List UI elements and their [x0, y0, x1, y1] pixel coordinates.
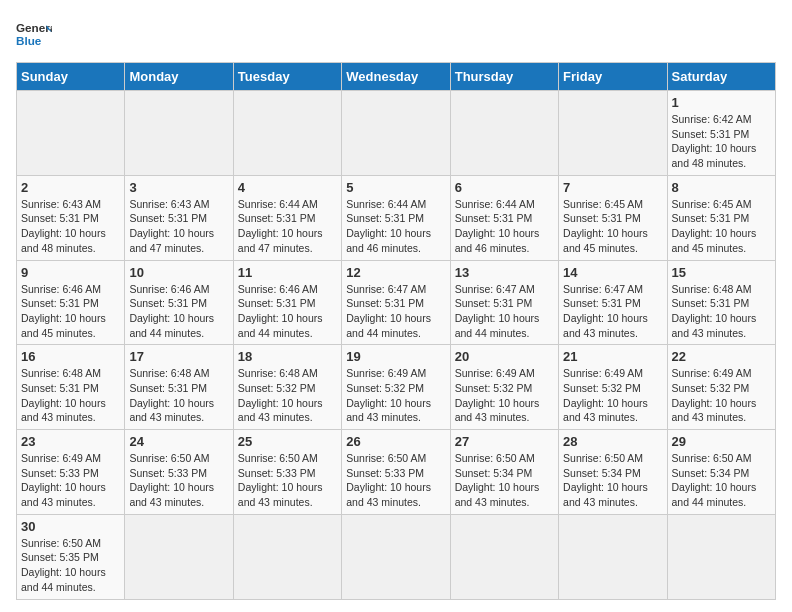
calendar-cell: 23Sunrise: 6:49 AMSunset: 5:33 PMDayligh… [17, 430, 125, 515]
weekday-header-row: SundayMondayTuesdayWednesdayThursdayFrid… [17, 63, 776, 91]
day-number: 5 [346, 180, 445, 195]
day-number: 8 [672, 180, 771, 195]
calendar-cell: 28Sunrise: 6:50 AMSunset: 5:34 PMDayligh… [559, 430, 667, 515]
day-number: 26 [346, 434, 445, 449]
day-number: 12 [346, 265, 445, 280]
calendar-cell: 18Sunrise: 6:48 AMSunset: 5:32 PMDayligh… [233, 345, 341, 430]
day-info: Sunrise: 6:48 AMSunset: 5:31 PMDaylight:… [672, 282, 771, 341]
calendar-cell: 21Sunrise: 6:49 AMSunset: 5:32 PMDayligh… [559, 345, 667, 430]
day-info: Sunrise: 6:43 AMSunset: 5:31 PMDaylight:… [21, 197, 120, 256]
day-info: Sunrise: 6:45 AMSunset: 5:31 PMDaylight:… [672, 197, 771, 256]
logo-icon: General Blue [16, 16, 52, 52]
day-info: Sunrise: 6:46 AMSunset: 5:31 PMDaylight:… [238, 282, 337, 341]
day-info: Sunrise: 6:49 AMSunset: 5:32 PMDaylight:… [455, 366, 554, 425]
day-number: 21 [563, 349, 662, 364]
calendar-cell: 26Sunrise: 6:50 AMSunset: 5:33 PMDayligh… [342, 430, 450, 515]
day-info: Sunrise: 6:42 AMSunset: 5:31 PMDaylight:… [672, 112, 771, 171]
calendar-cell: 5Sunrise: 6:44 AMSunset: 5:31 PMDaylight… [342, 175, 450, 260]
day-info: Sunrise: 6:46 AMSunset: 5:31 PMDaylight:… [129, 282, 228, 341]
calendar-cell: 9Sunrise: 6:46 AMSunset: 5:31 PMDaylight… [17, 260, 125, 345]
weekday-header-thursday: Thursday [450, 63, 558, 91]
day-info: Sunrise: 6:47 AMSunset: 5:31 PMDaylight:… [455, 282, 554, 341]
page-header: General Blue [16, 16, 776, 52]
weekday-header-monday: Monday [125, 63, 233, 91]
day-info: Sunrise: 6:48 AMSunset: 5:31 PMDaylight:… [129, 366, 228, 425]
day-info: Sunrise: 6:47 AMSunset: 5:31 PMDaylight:… [563, 282, 662, 341]
day-number: 1 [672, 95, 771, 110]
day-number: 9 [21, 265, 120, 280]
day-info: Sunrise: 6:50 AMSunset: 5:34 PMDaylight:… [455, 451, 554, 510]
day-info: Sunrise: 6:43 AMSunset: 5:31 PMDaylight:… [129, 197, 228, 256]
calendar-cell: 13Sunrise: 6:47 AMSunset: 5:31 PMDayligh… [450, 260, 558, 345]
day-info: Sunrise: 6:49 AMSunset: 5:32 PMDaylight:… [346, 366, 445, 425]
calendar-cell: 15Sunrise: 6:48 AMSunset: 5:31 PMDayligh… [667, 260, 775, 345]
day-number: 10 [129, 265, 228, 280]
day-info: Sunrise: 6:44 AMSunset: 5:31 PMDaylight:… [346, 197, 445, 256]
calendar-cell: 14Sunrise: 6:47 AMSunset: 5:31 PMDayligh… [559, 260, 667, 345]
day-number: 7 [563, 180, 662, 195]
day-number: 3 [129, 180, 228, 195]
day-number: 24 [129, 434, 228, 449]
calendar-cell: 27Sunrise: 6:50 AMSunset: 5:34 PMDayligh… [450, 430, 558, 515]
calendar-cell [233, 91, 341, 176]
calendar-week-row: 23Sunrise: 6:49 AMSunset: 5:33 PMDayligh… [17, 430, 776, 515]
calendar-cell: 12Sunrise: 6:47 AMSunset: 5:31 PMDayligh… [342, 260, 450, 345]
calendar-cell: 16Sunrise: 6:48 AMSunset: 5:31 PMDayligh… [17, 345, 125, 430]
svg-text:Blue: Blue [16, 34, 42, 47]
day-info: Sunrise: 6:50 AMSunset: 5:33 PMDaylight:… [238, 451, 337, 510]
day-number: 2 [21, 180, 120, 195]
calendar-cell [450, 514, 558, 599]
day-info: Sunrise: 6:50 AMSunset: 5:33 PMDaylight:… [346, 451, 445, 510]
day-number: 22 [672, 349, 771, 364]
weekday-header-saturday: Saturday [667, 63, 775, 91]
calendar-cell [559, 91, 667, 176]
calendar-cell: 30Sunrise: 6:50 AMSunset: 5:35 PMDayligh… [17, 514, 125, 599]
day-number: 23 [21, 434, 120, 449]
day-number: 14 [563, 265, 662, 280]
calendar-cell: 10Sunrise: 6:46 AMSunset: 5:31 PMDayligh… [125, 260, 233, 345]
day-number: 15 [672, 265, 771, 280]
day-info: Sunrise: 6:50 AMSunset: 5:34 PMDaylight:… [563, 451, 662, 510]
calendar-cell: 2Sunrise: 6:43 AMSunset: 5:31 PMDaylight… [17, 175, 125, 260]
weekday-header-sunday: Sunday [17, 63, 125, 91]
calendar-cell [342, 91, 450, 176]
weekday-header-tuesday: Tuesday [233, 63, 341, 91]
day-number: 13 [455, 265, 554, 280]
calendar-cell [125, 91, 233, 176]
calendar-week-row: 30Sunrise: 6:50 AMSunset: 5:35 PMDayligh… [17, 514, 776, 599]
logo: General Blue [16, 16, 52, 52]
day-info: Sunrise: 6:47 AMSunset: 5:31 PMDaylight:… [346, 282, 445, 341]
day-number: 20 [455, 349, 554, 364]
day-info: Sunrise: 6:48 AMSunset: 5:31 PMDaylight:… [21, 366, 120, 425]
weekday-header-friday: Friday [559, 63, 667, 91]
day-info: Sunrise: 6:46 AMSunset: 5:31 PMDaylight:… [21, 282, 120, 341]
calendar-cell: 7Sunrise: 6:45 AMSunset: 5:31 PMDaylight… [559, 175, 667, 260]
day-number: 6 [455, 180, 554, 195]
day-number: 18 [238, 349, 337, 364]
day-info: Sunrise: 6:49 AMSunset: 5:33 PMDaylight:… [21, 451, 120, 510]
calendar-cell [559, 514, 667, 599]
calendar-week-row: 9Sunrise: 6:46 AMSunset: 5:31 PMDaylight… [17, 260, 776, 345]
day-info: Sunrise: 6:48 AMSunset: 5:32 PMDaylight:… [238, 366, 337, 425]
day-number: 17 [129, 349, 228, 364]
day-info: Sunrise: 6:49 AMSunset: 5:32 PMDaylight:… [563, 366, 662, 425]
calendar-cell [450, 91, 558, 176]
calendar-cell: 20Sunrise: 6:49 AMSunset: 5:32 PMDayligh… [450, 345, 558, 430]
day-info: Sunrise: 6:44 AMSunset: 5:31 PMDaylight:… [238, 197, 337, 256]
calendar-cell: 3Sunrise: 6:43 AMSunset: 5:31 PMDaylight… [125, 175, 233, 260]
day-number: 16 [21, 349, 120, 364]
calendar-cell [233, 514, 341, 599]
calendar-cell: 4Sunrise: 6:44 AMSunset: 5:31 PMDaylight… [233, 175, 341, 260]
calendar-cell: 1Sunrise: 6:42 AMSunset: 5:31 PMDaylight… [667, 91, 775, 176]
calendar-week-row: 16Sunrise: 6:48 AMSunset: 5:31 PMDayligh… [17, 345, 776, 430]
day-info: Sunrise: 6:50 AMSunset: 5:35 PMDaylight:… [21, 536, 120, 595]
day-number: 29 [672, 434, 771, 449]
day-number: 28 [563, 434, 662, 449]
calendar-cell: 17Sunrise: 6:48 AMSunset: 5:31 PMDayligh… [125, 345, 233, 430]
calendar-cell: 11Sunrise: 6:46 AMSunset: 5:31 PMDayligh… [233, 260, 341, 345]
calendar-cell: 8Sunrise: 6:45 AMSunset: 5:31 PMDaylight… [667, 175, 775, 260]
calendar-cell [667, 514, 775, 599]
day-number: 25 [238, 434, 337, 449]
day-number: 19 [346, 349, 445, 364]
weekday-header-wednesday: Wednesday [342, 63, 450, 91]
